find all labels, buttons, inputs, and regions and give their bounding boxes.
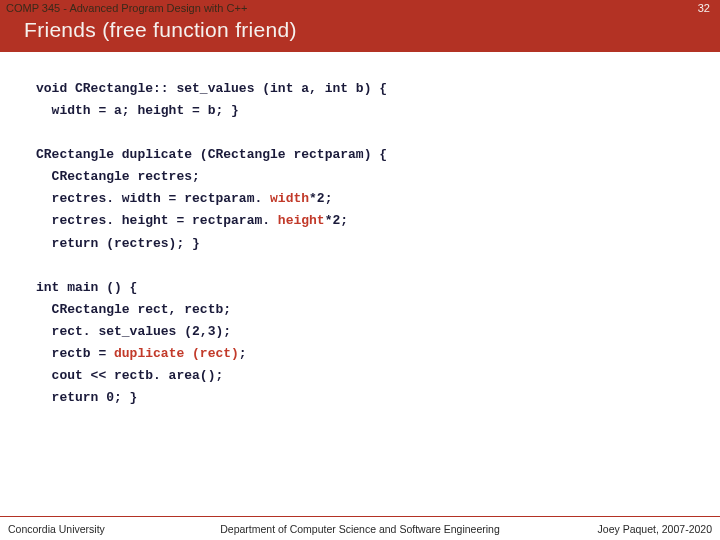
code-line: int main () { <box>36 277 710 299</box>
blank-line <box>36 122 710 144</box>
slide-title: Friends (free function friend) <box>0 14 720 42</box>
code-line: return (rectres); } <box>36 233 710 255</box>
code-line: width = a; height = b; } <box>36 100 710 122</box>
footer-left: Concordia University <box>8 523 105 535</box>
code-line: CRectangle duplicate (CRectangle rectpar… <box>36 144 710 166</box>
code-text: ; <box>239 346 247 361</box>
code-line: rectb = duplicate (rect); <box>36 343 710 365</box>
code-line: return 0; } <box>36 387 710 409</box>
page-number: 32 <box>698 2 710 14</box>
code-text: *2; <box>325 213 348 228</box>
header-bar: COMP 345 - Advanced Program Design with … <box>0 0 720 52</box>
footer: Concordia University Department of Compu… <box>0 516 720 540</box>
code-highlight: height <box>270 213 325 228</box>
blank-line <box>36 255 710 277</box>
code-highlight: width <box>262 191 309 206</box>
code-text: rectres. height = rectparam. <box>36 213 270 228</box>
code-line: void CRectangle:: set_values (int a, int… <box>36 78 710 100</box>
code-line: rect. set_values (2,3); <box>36 321 710 343</box>
code-line: CRectangle rect, rectb; <box>36 299 710 321</box>
code-highlight: duplicate (rect) <box>106 346 239 361</box>
code-line: CRectangle rectres; <box>36 166 710 188</box>
footer-right: Joey Paquet, 2007-2020 <box>598 523 712 535</box>
code-line: rectres. width = rectparam. width*2; <box>36 188 710 210</box>
code-block: void CRectangle:: set_values (int a, int… <box>0 52 720 409</box>
code-line: rectres. height = rectparam. height*2; <box>36 210 710 232</box>
code-line: cout << rectb. area(); <box>36 365 710 387</box>
code-text: rectb = <box>36 346 106 361</box>
code-text: *2; <box>309 191 332 206</box>
code-text: rectres. width = rectparam. <box>36 191 262 206</box>
course-title: COMP 345 - Advanced Program Design with … <box>0 0 720 14</box>
